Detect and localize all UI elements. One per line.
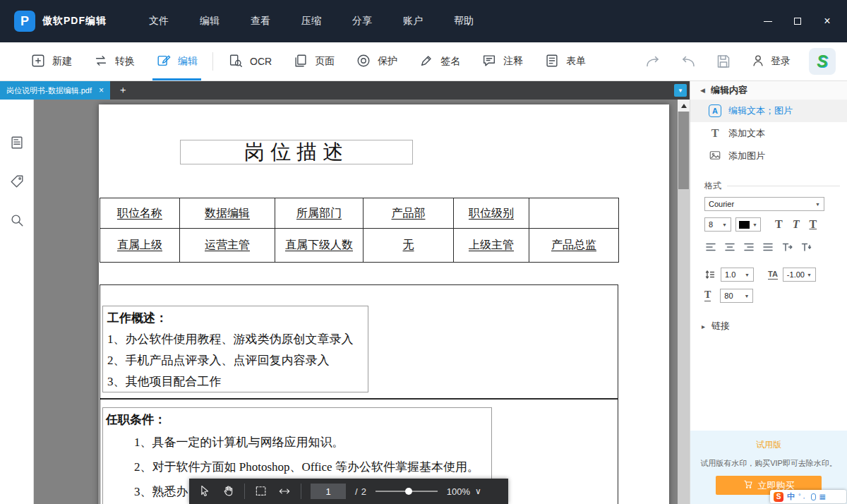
thumbnails-panel-icon[interactable] xyxy=(9,135,25,153)
font-size-row: 8 ▼ ▼ T T T xyxy=(704,217,847,232)
table-cell[interactable]: 直属下级人数 xyxy=(275,229,364,263)
page-count: /2 xyxy=(355,486,366,497)
char-scale-select[interactable]: 80 ▼ xyxy=(720,289,753,303)
signature-pen-icon xyxy=(419,53,434,71)
scroll-up-icon[interactable] xyxy=(678,100,690,112)
new-button[interactable]: 新建 xyxy=(20,42,83,80)
table-cell[interactable]: 运营主管 xyxy=(180,229,275,263)
ime-punctuation-toggle[interactable]: °， xyxy=(798,492,807,501)
work-summary-text-frame[interactable]: 工作概述： 1、办公软件使用教程、游戏类伪原创文章录入 2、手机产品点评录入、点… xyxy=(102,306,368,392)
align-justify-icon[interactable] xyxy=(762,241,774,253)
char-spacing-select[interactable]: -1.00 ▼ xyxy=(783,268,816,282)
menu-compress[interactable]: 压缩 xyxy=(299,11,324,32)
maximize-icon[interactable] xyxy=(789,13,806,30)
divider xyxy=(727,186,840,186)
font-size-select[interactable]: 8 ▼ xyxy=(704,217,731,232)
bookmark-tag-icon[interactable] xyxy=(9,174,25,192)
zoom-level-dropdown[interactable]: 100% ∨ xyxy=(447,486,481,497)
scrollbar-thumb[interactable] xyxy=(678,112,689,189)
table-cell[interactable] xyxy=(529,198,619,229)
ime-language-toggle[interactable]: 中 xyxy=(787,491,795,502)
add-text-tool[interactable]: T 添加文本 xyxy=(690,122,847,145)
marquee-select-icon[interactable] xyxy=(254,484,268,498)
panel-header: ◀ 编辑内容 xyxy=(690,81,847,100)
protect-button[interactable]: 保护 xyxy=(345,42,408,80)
redo-icon[interactable] xyxy=(644,53,661,70)
horizontal-text-icon[interactable] xyxy=(781,241,793,253)
align-right-icon[interactable] xyxy=(743,241,755,253)
zoom-slider[interactable] xyxy=(376,491,438,492)
microphone-icon[interactable] xyxy=(811,493,816,500)
table-cell[interactable]: 所属部门 xyxy=(275,198,364,229)
bold-button[interactable]: T xyxy=(775,218,783,231)
alignment-row xyxy=(704,241,847,253)
tabbar: 岗位说明书-数据编辑.pdf × ＋ ▼ xyxy=(0,81,690,100)
edit-button[interactable]: 编辑 xyxy=(145,42,208,80)
close-icon[interactable]: × xyxy=(819,13,836,30)
edit-text-image-tool[interactable]: A 编辑文本；图片 xyxy=(690,100,847,122)
hand-pan-icon[interactable] xyxy=(221,484,235,498)
menu-help[interactable]: 帮助 xyxy=(451,11,476,32)
menu-file[interactable]: 文件 xyxy=(146,11,172,32)
tab-list-dropdown-icon[interactable]: ▼ xyxy=(674,84,687,97)
fit-width-icon[interactable] xyxy=(277,484,292,498)
minimize-icon[interactable] xyxy=(759,13,776,30)
menu-view[interactable]: 查看 xyxy=(248,11,273,32)
table-cell[interactable]: 上级主管 xyxy=(454,229,529,263)
table-cell[interactable]: 无 xyxy=(364,229,454,263)
table-cell[interactable]: 产品总监 xyxy=(529,229,619,263)
select-cursor-icon[interactable] xyxy=(198,484,212,498)
italic-button[interactable]: T xyxy=(793,218,800,231)
underline-button[interactable]: T xyxy=(809,218,817,231)
pages-button[interactable]: 页面 xyxy=(282,42,345,80)
table-cell[interactable]: 直属上级 xyxy=(100,229,180,263)
back-arrow-icon[interactable]: ◀ xyxy=(700,87,705,94)
ime-menu-grid-icon[interactable]: ▦ xyxy=(819,493,826,500)
form-button[interactable]: 表单 xyxy=(534,42,596,80)
table-cell[interactable]: 产品部 xyxy=(364,198,454,229)
window-controls: × xyxy=(759,0,847,42)
convert-button[interactable]: 转换 xyxy=(83,42,145,80)
app-logo-letter: P xyxy=(20,14,29,29)
links-section-toggle[interactable]: ▸ 链接 xyxy=(702,320,847,332)
new-tab-button[interactable]: ＋ xyxy=(118,84,128,97)
font-family-select[interactable]: Courier ▼ xyxy=(704,197,824,211)
page-number-input[interactable]: 1 xyxy=(311,484,346,499)
vertical-text-icon[interactable] xyxy=(800,241,812,253)
text-style-buttons: T T T xyxy=(775,218,817,231)
work-summary-item: 2、手机产品点评录入、点评回复内容录入 xyxy=(107,350,368,371)
menu-share[interactable]: 分享 xyxy=(349,11,375,32)
apowersoft-logo-icon[interactable]: S xyxy=(809,48,836,75)
floating-toolbar: 1 /2 100% ∨ xyxy=(189,479,508,504)
title-text-frame[interactable]: 岗位描述 xyxy=(180,140,413,164)
table-cell[interactable]: 数据编辑 xyxy=(180,198,275,229)
login-button[interactable]: 登录 xyxy=(750,53,791,71)
table-cell[interactable]: 职位级别 xyxy=(454,198,529,229)
tab-close-icon[interactable]: × xyxy=(99,85,104,95)
sign-button[interactable]: 签名 xyxy=(408,42,471,80)
position-table[interactable]: 职位名称 数据编辑 所属部门 产品部 职位级别 直属上级 运营主管 直属下级人数 xyxy=(100,198,619,263)
line-spacing-select[interactable]: 1.0 ▼ xyxy=(721,268,754,282)
document-area[interactable]: 岗位描述 职位名称 数据编辑 所属部门 产品部 职位级别 xyxy=(34,100,690,504)
menu-account[interactable]: 账户 xyxy=(400,11,426,32)
font-color-select[interactable]: ▼ xyxy=(735,217,761,232)
caret-down-icon: ▼ xyxy=(722,222,727,227)
undo-icon[interactable] xyxy=(680,53,697,70)
pdf-page[interactable]: 岗位描述 职位名称 数据编辑 所属部门 产品部 职位级别 xyxy=(99,104,669,504)
save-icon[interactable] xyxy=(715,53,732,70)
table-cell[interactable]: 职位名称 xyxy=(100,198,180,229)
annotate-button[interactable]: 注释 xyxy=(471,42,534,80)
caret-down-icon: ▼ xyxy=(807,272,812,277)
align-center-icon[interactable] xyxy=(723,241,736,253)
search-icon[interactable] xyxy=(9,212,25,231)
add-image-tool[interactable]: 添加图片 xyxy=(690,145,847,167)
menu-edit[interactable]: 编辑 xyxy=(197,11,222,32)
work-summary-heading: 工作概述： xyxy=(107,308,368,329)
sogou-logo-icon[interactable]: S xyxy=(774,492,783,502)
vertical-scrollbar[interactable] xyxy=(678,100,690,504)
align-left-icon[interactable] xyxy=(704,241,717,253)
document-tab[interactable]: 岗位说明书-数据编辑.pdf × xyxy=(0,81,110,100)
zoom-slider-knob[interactable] xyxy=(405,488,412,495)
trial-title: 试用版 xyxy=(690,439,847,451)
ocr-button[interactable]: OCR xyxy=(217,42,282,80)
